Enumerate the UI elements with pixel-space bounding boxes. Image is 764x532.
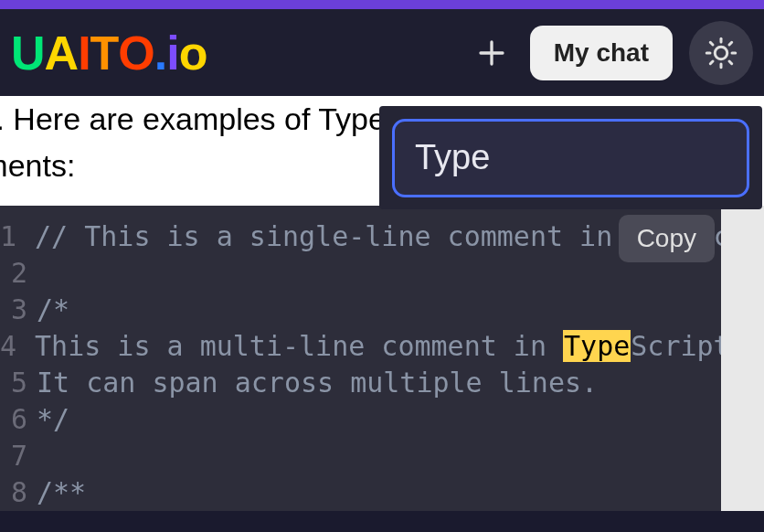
plus-icon (475, 37, 508, 69)
code-text: */ (37, 401, 69, 438)
svg-point-2 (715, 47, 727, 59)
line-number: 5 (0, 365, 37, 401)
logo-char: o (179, 26, 207, 80)
message-line-2: mments: (0, 148, 75, 183)
code-text: /* (37, 292, 69, 328)
code-block-container: Copy 1 // This is a single-line comment … (0, 206, 764, 511)
copy-button[interactable]: Copy (619, 215, 715, 262)
code-line: 7 (0, 438, 764, 474)
svg-line-10 (729, 42, 732, 45)
code-text: This is a multi-line comment in TypeScri… (18, 328, 747, 365)
line-number: 7 (0, 438, 37, 474)
theme-toggle-button[interactable] (689, 21, 753, 85)
logo-char: O (118, 26, 154, 80)
logo-char: T (90, 26, 119, 80)
app-header: U A I T O . i o My chat (0, 9, 764, 96)
logo-char: . (154, 26, 166, 80)
logo-char: U (11, 26, 45, 80)
search-highlight: Type (563, 330, 631, 362)
line-number: 1 (0, 218, 18, 255)
logo-char: I (78, 26, 90, 80)
code-line: 8/** (0, 474, 764, 511)
code-line: 3/* (0, 292, 764, 328)
line-number: 6 (0, 401, 37, 438)
new-chat-button[interactable] (470, 31, 514, 75)
my-chat-button[interactable]: My chat (530, 26, 673, 80)
code-line: 4 This is a multi-line comment in TypeSc… (0, 328, 764, 365)
code-text: /** (37, 474, 86, 511)
line-number: 8 (0, 474, 37, 511)
line-number: 2 (0, 255, 37, 292)
logo-char: A (45, 26, 79, 80)
find-input[interactable] (392, 119, 749, 197)
code-line: 5It can span across multiple lines. (0, 365, 764, 401)
code-text: It can span across multiple lines. (37, 365, 598, 401)
svg-line-5 (710, 42, 713, 45)
logo[interactable]: U A I T O . i o (11, 26, 207, 80)
line-number: 4 (0, 328, 18, 365)
svg-line-6 (729, 61, 732, 64)
logo-char: i (166, 26, 178, 80)
scrollbar-track[interactable] (721, 206, 764, 511)
sun-icon (705, 37, 737, 69)
find-overlay (379, 106, 762, 209)
window-accent-bar (0, 0, 764, 9)
line-number: 3 (0, 292, 37, 328)
svg-line-9 (710, 61, 713, 64)
code-line: 6*/ (0, 401, 764, 438)
